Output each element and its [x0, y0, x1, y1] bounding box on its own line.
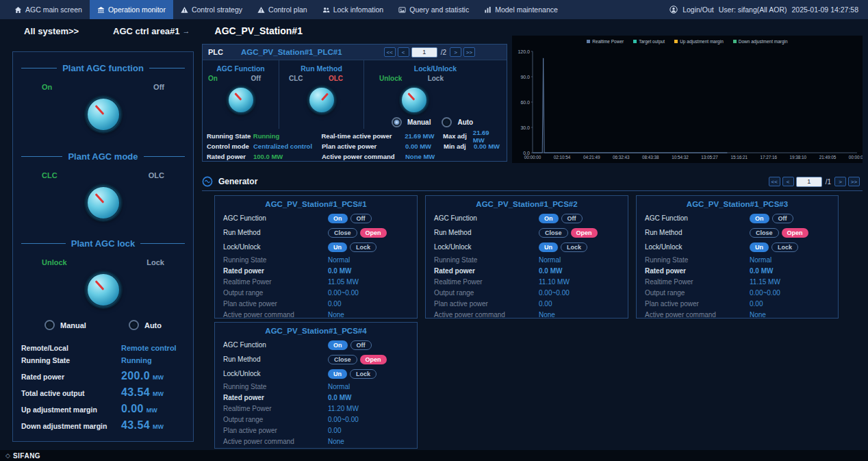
nav-query-and-statistic[interactable]: Query and statistic [391, 0, 476, 19]
breadcrumb-all-system[interactable]: All system>> [24, 26, 113, 36]
svg-text:10:54:32: 10:54:32 [672, 155, 689, 160]
running-state-row: Running State Normal [215, 381, 417, 392]
legend-swatch-icon [733, 40, 737, 43]
first-page-button[interactable]: << [769, 177, 780, 186]
plan-active-power-row: Plan active power 0.00 [215, 425, 417, 436]
open-toggle[interactable]: Open [782, 228, 808, 238]
auto-radio[interactable]: Auto [442, 117, 473, 127]
lock-toggle[interactable]: Lock [350, 242, 376, 252]
lock-unlock-row: Lock/Unlock UnLock [215, 240, 417, 254]
last-page-button[interactable]: >> [848, 177, 860, 186]
off-toggle[interactable]: Off [772, 214, 793, 223]
open-toggle[interactable]: Open [360, 355, 387, 364]
close-toggle[interactable]: Close [750, 228, 779, 238]
card-title: AGC_PV_Station#1_PCS#3 [637, 200, 838, 208]
open-toggle[interactable]: Open [571, 228, 598, 238]
legend-swatch-icon [587, 40, 590, 43]
generator-pager: << < /1 > >> [769, 177, 860, 187]
agc-function-options: On Off [203, 75, 279, 82]
nav-control-plan[interactable]: Control plan [250, 0, 315, 19]
knob-needle [234, 93, 242, 101]
row-value: 11.15 MW [750, 278, 780, 286]
unlock-toggle[interactable]: Un [328, 369, 347, 379]
login-out-link[interactable]: Login/Out [682, 5, 714, 14]
on-toggle[interactable]: On [328, 340, 348, 350]
metric-value: 43.54 [121, 419, 150, 432]
on-toggle[interactable]: On [328, 214, 348, 223]
run-method-row: Run Method CloseOpen [426, 225, 628, 240]
sifang-logo-icon: ◇ [5, 452, 10, 459]
row-value: 0.00~0.00 [539, 289, 570, 297]
plc-agc-function-knob[interactable] [227, 86, 255, 114]
unlock-toggle[interactable]: Un [750, 242, 769, 252]
plan-active-power-row: Plan active power 0.00 [215, 298, 417, 309]
nav-label: Control strategy [192, 5, 242, 14]
running-state-label: Running State [21, 356, 121, 364]
row-value: 0.00 MW [405, 142, 444, 150]
radio-icon [392, 117, 402, 127]
power-trend-chart: Realtime PowerTarget outputUp adjustment… [512, 36, 863, 163]
next-page-button[interactable]: > [450, 47, 461, 57]
nav-agc-main-screen[interactable]: AGC main screen [7, 0, 90, 19]
row-value: 100.0 MW [253, 153, 322, 160]
close-toggle[interactable]: Close [539, 228, 568, 238]
auto-radio[interactable]: Auto [129, 320, 162, 330]
option-off: Off [251, 75, 261, 82]
nav-control-strategy[interactable]: Control strategy [173, 0, 250, 19]
metric-value: 200.0 [121, 370, 150, 382]
nav-lock-infomation[interactable]: Lock infomation [315, 0, 392, 19]
realtime-power-row: Realtime Power 11.10 MW [426, 276, 628, 287]
brand-name: SIFANG [13, 452, 40, 460]
page-input[interactable] [796, 177, 822, 187]
prev-page-button[interactable]: < [782, 177, 794, 186]
row-label: Active power command [322, 153, 405, 160]
breadcrumb-ctrl-area[interactable]: AGC ctrl area#1 [113, 26, 180, 36]
off-toggle[interactable]: Off [561, 214, 583, 223]
page-input[interactable] [411, 47, 437, 58]
auto-label: Auto [144, 321, 162, 329]
plan-active-power-row: Plan active power 0.00 [637, 298, 838, 309]
close-toggle[interactable]: Close [328, 228, 357, 238]
manual-radio[interactable]: Manual [392, 117, 431, 127]
next-page-button[interactable]: > [834, 177, 846, 186]
lock-toggle[interactable]: Lock [561, 242, 587, 252]
off-toggle[interactable]: Off [350, 340, 372, 350]
rated-power-row: Rated power 0.0 MW [215, 392, 417, 403]
chart-plot: 0.030.060.090.0120.000:00:0002:10:5404:2… [512, 46, 863, 164]
generator-card-pcs4: AGC_PV_Station#1_PCS#4 AGC Function OnOf… [214, 322, 418, 449]
plc-run-method-knob[interactable] [308, 86, 335, 114]
active-power-command-row: Active power command None [215, 309, 417, 319]
nav-operation-monitor[interactable]: Operation monitor [90, 0, 173, 19]
metric-value: 0.00 [121, 403, 144, 415]
auto-label: Auto [457, 119, 473, 126]
off-toggle[interactable]: Off [350, 214, 372, 223]
row-label: Lock/Unlock [223, 243, 328, 251]
plant-agc-lock-knob[interactable] [86, 272, 121, 308]
plc-lock-knob[interactable] [400, 86, 428, 114]
open-toggle[interactable]: Open [360, 228, 387, 238]
lock-toggle[interactable]: Lock [771, 242, 798, 252]
warning-icon [181, 6, 188, 14]
row-label: Control mode [207, 142, 253, 150]
on-toggle[interactable]: On [750, 214, 769, 223]
unlock-toggle[interactable]: Un [328, 242, 347, 252]
last-page-button[interactable]: >> [463, 47, 475, 57]
close-toggle[interactable]: Close [328, 355, 357, 364]
prev-page-button[interactable]: < [398, 47, 409, 57]
on-toggle[interactable]: On [539, 214, 559, 223]
running-state-row: Running State Normal [637, 254, 838, 265]
metric-unit: MW [146, 407, 157, 414]
option-olc: OLC [329, 75, 343, 82]
plant-agc-function-knob[interactable] [86, 97, 121, 132]
unlock-toggle[interactable]: Un [539, 242, 558, 252]
metric-unit: MW [153, 374, 164, 381]
nav-model-maintenance[interactable]: Model maintenance [476, 0, 565, 19]
plant-agc-mode-knob[interactable] [86, 185, 121, 221]
manual-radio[interactable]: Manual [44, 320, 86, 330]
agc-function-row: AGC Function OnOff [215, 338, 417, 352]
lock-toggle[interactable]: Lock [350, 369, 376, 379]
option-lock: Lock [428, 75, 444, 82]
plc-controls: AGC Function On Off Run Method CLC OLC L… [203, 60, 507, 129]
first-page-button[interactable]: << [384, 47, 396, 57]
metric-unit: MW [153, 423, 164, 430]
